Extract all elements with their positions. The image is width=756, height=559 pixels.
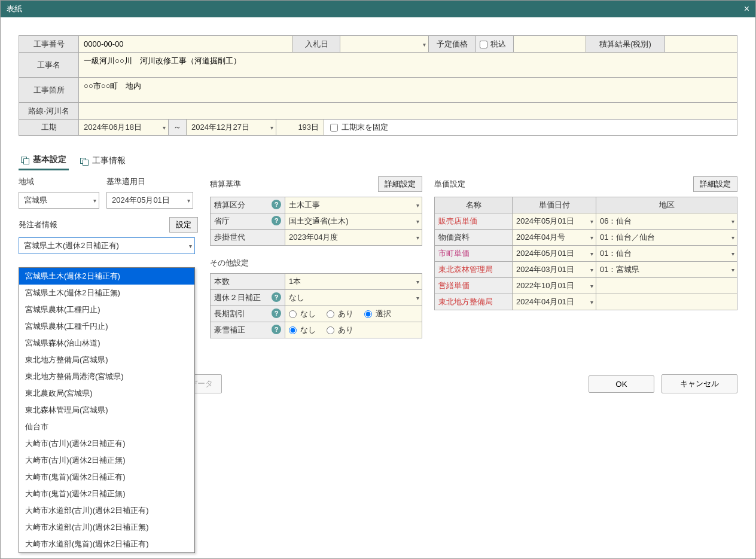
chiiki-label: 地域 bbox=[19, 176, 99, 187]
nyusatsu-label: 入札日 bbox=[293, 36, 340, 53]
gousetsu-nashi-radio[interactable] bbox=[289, 326, 297, 334]
client-option[interactable]: 宮城県農林(工種円止) bbox=[19, 301, 194, 318]
client-option[interactable]: 大崎市(鬼首)(週休2日補正無) bbox=[19, 485, 194, 502]
kouji-kasho-label: 工事箇所 bbox=[19, 78, 79, 103]
kouji-mei-input[interactable] bbox=[83, 55, 733, 66]
sekisan-table: 積算区分?土木工事 省庁?国土交通省(土木) 歩掛世代2023年04月度 bbox=[210, 197, 422, 246]
kijun-date-select[interactable]: 2024年05月01日 bbox=[106, 192, 193, 209]
table-row: 販売店単価2024年05月01日06：仙台 bbox=[435, 213, 737, 230]
tab-basic[interactable]: 基本設定 bbox=[19, 151, 69, 170]
help-icon[interactable]: ? bbox=[272, 308, 281, 318]
tanka-date-select[interactable]: 2024年05月01日 bbox=[513, 213, 596, 230]
shukyu-select[interactable]: なし bbox=[285, 290, 422, 306]
kubun-select[interactable]: 土木工事 bbox=[285, 197, 422, 213]
table-row: 営繕単価2022年10月01日 bbox=[435, 278, 737, 294]
tanka-date-select[interactable]: 2024年04月号 bbox=[513, 230, 596, 246]
client-option[interactable]: 大崎市(鬼首)(週休2日補正有) bbox=[19, 469, 194, 485]
client-dropdown-list[interactable]: 宮城県土木(週休2日補正有)宮城県土木(週休2日補正無)宮城県農林(工種円止)宮… bbox=[19, 267, 195, 553]
sekisan-title: 積算基準 bbox=[210, 179, 241, 190]
tanka-name-cell: 販売店単価 bbox=[435, 213, 513, 230]
tanka-tbody: 販売店単価2024年05月01日06：仙台物価資料2024年04月号01：仙台／… bbox=[435, 213, 737, 310]
tanka-name-cell: 物価資料 bbox=[435, 230, 513, 246]
sekisan-detail-button[interactable]: 詳細設定 bbox=[378, 176, 422, 192]
client-option[interactable]: 大崎市(古川)(週休2日補正無) bbox=[19, 452, 194, 469]
zeikin-checkbox-label[interactable]: 税込 bbox=[480, 39, 507, 48]
kouki-days: 193日 bbox=[276, 120, 324, 135]
tanka-chiku-select[interactable]: 01：仙台／仙台 bbox=[596, 230, 737, 246]
client-option[interactable]: 宮城県森林(治山林道) bbox=[19, 335, 194, 352]
client-option[interactable]: 東北農政局(宮城県) bbox=[19, 385, 194, 402]
tanka-name-cell: 営繕単価 bbox=[435, 278, 513, 294]
close-icon[interactable]: × bbox=[744, 4, 749, 14]
sekisan-kekka-cell bbox=[664, 36, 737, 53]
tanka-date-select[interactable]: 2024年03月01日 bbox=[513, 262, 596, 278]
tanka-detail-button[interactable]: 詳細設定 bbox=[693, 176, 737, 192]
kouji-no-input[interactable] bbox=[83, 38, 289, 50]
tanka-date-select[interactable]: 2024年04月01日 bbox=[513, 294, 596, 310]
chouki-radio-group: なし あり 選択 bbox=[289, 308, 418, 319]
client-option[interactable]: 東北地方整備局港湾(宮城県) bbox=[19, 368, 194, 385]
help-icon[interactable]: ? bbox=[272, 200, 281, 209]
client-option[interactable]: 東北地方整備局(宮城県) bbox=[19, 352, 194, 368]
tanka-header-chiku: 地区 bbox=[596, 197, 737, 213]
kouki-fix-label[interactable]: 工期末を固定 bbox=[330, 123, 388, 132]
shocho-select[interactable]: 国土交通省(土木) bbox=[285, 213, 422, 230]
nyusatsu-date-select[interactable] bbox=[340, 36, 428, 53]
tanka-title: 単価設定 bbox=[434, 179, 465, 190]
kouji-mei-label: 工事名 bbox=[19, 53, 79, 78]
kouji-kasho-input[interactable] bbox=[83, 80, 733, 91]
kouki-end-select[interactable]: 2024年12月27日 bbox=[187, 120, 276, 135]
rosen-input[interactable] bbox=[83, 105, 733, 117]
kijun-label: 基準適用日 bbox=[106, 176, 193, 187]
tab-icon bbox=[80, 158, 89, 164]
tanka-chiku-select[interactable] bbox=[596, 294, 737, 310]
gousetsu-radio-group: なし あり bbox=[289, 325, 418, 335]
honsu-select[interactable]: 1本 bbox=[285, 274, 422, 290]
help-icon[interactable]: ? bbox=[272, 292, 281, 302]
chouki-ari-radio[interactable] bbox=[327, 310, 334, 318]
chiiki-select[interactable]: 宮城県 bbox=[19, 192, 99, 209]
tabs: 基本設定 工事情報 bbox=[19, 151, 737, 170]
gousetsu-ari-radio[interactable] bbox=[327, 326, 334, 334]
dialog-window: 表紙 × 工事番号 入札日 予定価格 税込 積算結果(税別) 工事名 工事箇所 bbox=[0, 0, 756, 559]
tanka-chiku-select[interactable] bbox=[596, 278, 737, 294]
kouki-fix-checkbox[interactable] bbox=[330, 124, 338, 132]
cancel-button[interactable]: キャンセル bbox=[662, 374, 737, 393]
help-icon[interactable]: ? bbox=[272, 216, 281, 225]
chouki-sentaku-radio[interactable] bbox=[364, 310, 372, 318]
table-row: 物価資料2024年04月号01：仙台／仙台 bbox=[435, 230, 737, 246]
kouki-start-select[interactable]: 2024年06月18日 bbox=[79, 120, 169, 135]
table-row: 東北地方整備局2024年04月01日 bbox=[435, 294, 737, 310]
client-select[interactable]: 宮城県土木(週休2日補正有) bbox=[19, 237, 195, 254]
tab-info[interactable]: 工事情報 bbox=[78, 151, 128, 170]
zeikin-checkbox[interactable] bbox=[480, 41, 487, 48]
tanka-name-cell: 東北地方整備局 bbox=[435, 294, 513, 310]
kouki-label: 工期 bbox=[19, 120, 79, 136]
tanka-header-name: 名称 bbox=[435, 197, 513, 213]
tanka-date-select[interactable]: 2022年10月01日 bbox=[513, 278, 596, 294]
other-title: その他設定 bbox=[210, 258, 422, 268]
client-option[interactable]: 大崎市(古川)(週休2日補正有) bbox=[19, 435, 194, 452]
titlebar: 表紙 × bbox=[1, 1, 755, 17]
rosen-label: 路線·河川名 bbox=[19, 103, 79, 120]
tanka-chiku-select[interactable]: 01：仙台 bbox=[596, 246, 737, 262]
client-option[interactable]: 宮城県農林(工種千円止) bbox=[19, 318, 194, 335]
client-option[interactable]: 宮城県土木(週休2日補正無) bbox=[19, 285, 194, 301]
client-option[interactable]: 仙台市 bbox=[19, 419, 194, 435]
tanka-date-select[interactable]: 2024年05月01日 bbox=[513, 246, 596, 262]
budake-select[interactable]: 2023年04月度 bbox=[285, 230, 422, 246]
sekisan-kekka-label: 積算結果(税別) bbox=[586, 36, 665, 53]
chouki-nashi-radio[interactable] bbox=[289, 310, 297, 318]
tanka-chiku-select[interactable]: 01：宮城県 bbox=[596, 262, 737, 278]
yotei-price-cell[interactable] bbox=[513, 36, 586, 53]
client-option[interactable]: 大崎市水道部(古川)(週休2日補正有) bbox=[19, 502, 194, 519]
help-icon[interactable]: ? bbox=[272, 325, 281, 334]
tanka-chiku-select[interactable]: 06：仙台 bbox=[596, 213, 737, 230]
client-option[interactable]: 東北森林管理局(宮城県) bbox=[19, 402, 194, 419]
tanka-header-date: 単価日付 bbox=[513, 197, 596, 213]
client-option[interactable]: 宮城県土木(週休2日補正有) bbox=[19, 268, 194, 285]
ok-button[interactable]: OK bbox=[589, 375, 654, 393]
client-option[interactable]: 大崎市水道部(古川)(週休2日補正無) bbox=[19, 519, 194, 536]
client-settei-button[interactable]: 設定 bbox=[169, 217, 198, 233]
client-option[interactable]: 大崎市水道部(鬼首)(週休2日補正有) bbox=[19, 536, 194, 552]
